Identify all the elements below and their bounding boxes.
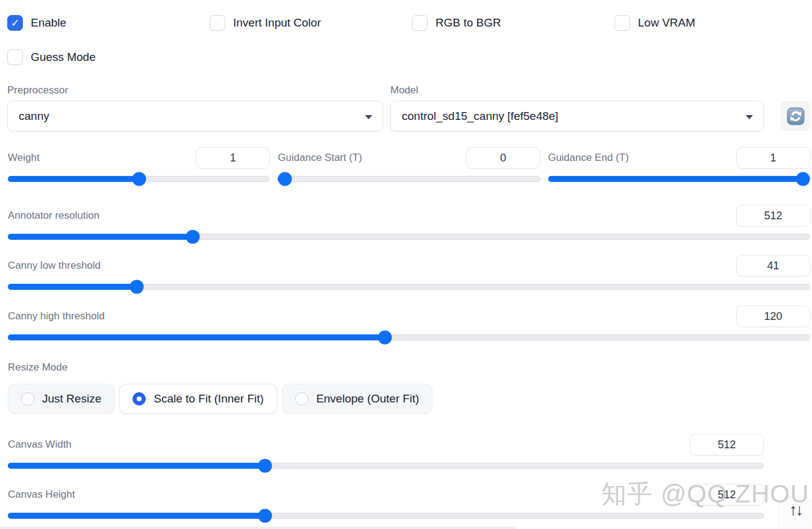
slider-thumb[interactable] bbox=[132, 172, 146, 186]
canvas-height-label: Canvas Height bbox=[8, 489, 75, 501]
refresh-models-button[interactable] bbox=[781, 101, 811, 131]
canvas-width-slider[interactable] bbox=[8, 463, 764, 469]
low-vram-checkbox-box[interactable] bbox=[614, 15, 630, 31]
annotator-resolution-slider[interactable] bbox=[8, 234, 810, 240]
guidance-start-slider[interactable] bbox=[278, 176, 540, 182]
slider-thumb[interactable] bbox=[796, 172, 810, 186]
guess-mode-checkbox[interactable]: Guess Mode bbox=[7, 49, 96, 65]
canvas-height-slider[interactable] bbox=[8, 513, 764, 519]
resize-mode-label: Resize Mode bbox=[8, 362, 67, 373]
preprocessor-dropdown[interactable]: canny bbox=[7, 101, 383, 131]
canvas-height-input[interactable] bbox=[690, 484, 764, 506]
caret-down-icon bbox=[746, 114, 753, 119]
guidance-start-label: Guidance Start (T) bbox=[278, 152, 362, 164]
resize-option-scale-to-fit[interactable]: Scale to Fit (Inner Fit) bbox=[119, 384, 277, 414]
radio-icon bbox=[295, 392, 308, 405]
slider-fill bbox=[8, 234, 192, 240]
slider-fill bbox=[548, 176, 809, 182]
canny-high-threshold-slider[interactable] bbox=[8, 334, 810, 340]
guidance-end-field: Guidance End (T) bbox=[548, 147, 810, 182]
guidance-end-slider[interactable] bbox=[548, 176, 810, 182]
canny-high-threshold-field: Canny high threshold bbox=[8, 305, 810, 340]
rgb-to-bgr-checkbox-label: RGB to BGR bbox=[436, 16, 501, 30]
canny-high-threshold-label: Canny high threshold bbox=[8, 310, 105, 322]
enable-checkbox-label: Enable bbox=[31, 16, 66, 30]
invert-input-color-checkbox-box[interactable] bbox=[210, 15, 225, 31]
preprocessor-label: Preprocessor bbox=[7, 84, 383, 96]
canvas-width-label: Canvas Width bbox=[8, 439, 72, 451]
slider-fill bbox=[8, 463, 264, 469]
guidance-start-field: Guidance Start (T) bbox=[278, 147, 540, 182]
guidance-sliders-row: Weight Guidance Start (T) Guidance End (… bbox=[8, 147, 810, 182]
slider-fill bbox=[8, 176, 139, 182]
model-field: Model control_sd15_canny [fef5e48e] bbox=[390, 84, 764, 131]
slider-fill bbox=[8, 334, 384, 340]
annotator-resolution-field: Annotator resolution bbox=[8, 205, 810, 240]
low-vram-checkbox[interactable]: Low VRAM bbox=[614, 15, 812, 31]
slider-thumb[interactable] bbox=[258, 459, 272, 473]
weight-input[interactable] bbox=[196, 147, 270, 169]
invert-input-color-checkbox[interactable]: Invert Input Color bbox=[210, 15, 412, 31]
slider-thumb[interactable] bbox=[186, 230, 199, 244]
annotator-resolution-input[interactable] bbox=[736, 205, 810, 227]
guidance-end-label: Guidance End (T) bbox=[548, 152, 629, 164]
cutoff-element bbox=[0, 527, 516, 529]
slider-thumb[interactable] bbox=[130, 280, 143, 294]
controlnet-panel: Enable Invert Input Color RGB to BGR Low… bbox=[0, 0, 812, 529]
resize-option-just-resize[interactable]: Just Resize bbox=[8, 384, 114, 414]
swap-vertical-icon: ↑↓ bbox=[789, 501, 802, 519]
canvas-width-field: Canvas Width bbox=[8, 434, 764, 469]
swap-dimensions-button[interactable]: ↑↓ bbox=[778, 496, 812, 529]
weight-field: Weight bbox=[8, 147, 270, 182]
checkbox-row: Enable Invert Input Color RGB to BGR Low… bbox=[7, 15, 812, 31]
slider-fill bbox=[8, 284, 136, 290]
canny-low-threshold-input[interactable] bbox=[736, 255, 810, 277]
resize-mode-field: Resize Mode Just Resize Scale to Fit (In… bbox=[8, 362, 433, 414]
invert-input-color-checkbox-label: Invert Input Color bbox=[233, 16, 321, 30]
canvas-height-field: Canvas Height bbox=[8, 484, 764, 519]
guidance-end-input[interactable] bbox=[736, 147, 810, 169]
slider-thumb[interactable] bbox=[258, 509, 272, 523]
radio-icon bbox=[21, 392, 34, 405]
enable-checkbox[interactable]: Enable bbox=[7, 15, 210, 31]
canny-high-threshold-input[interactable] bbox=[736, 305, 810, 327]
canvas-width-input[interactable] bbox=[690, 434, 764, 455]
enable-checkbox-box[interactable] bbox=[7, 15, 23, 31]
model-value: control_sd15_canny [fef5e48e] bbox=[402, 110, 558, 123]
refresh-icon bbox=[786, 107, 805, 126]
model-dropdown[interactable]: control_sd15_canny [fef5e48e] bbox=[390, 101, 764, 131]
annotator-resolution-label: Annotator resolution bbox=[8, 210, 99, 222]
radio-icon bbox=[133, 392, 146, 405]
canny-low-threshold-field: Canny low threshold bbox=[8, 255, 810, 290]
slider-fill bbox=[8, 513, 264, 519]
low-vram-checkbox-label: Low VRAM bbox=[638, 16, 695, 30]
guess-mode-checkbox-label: Guess Mode bbox=[31, 51, 96, 64]
resize-mode-options: Just Resize Scale to Fit (Inner Fit) Env… bbox=[8, 384, 433, 414]
resize-option-label: Envelope (Outer Fit) bbox=[316, 392, 419, 405]
model-label: Model bbox=[390, 84, 764, 96]
weight-label: Weight bbox=[8, 152, 40, 164]
preprocessor-value: canny bbox=[19, 110, 49, 123]
canny-low-threshold-slider[interactable] bbox=[8, 284, 810, 290]
model-selection-row: Preprocessor canny Model control_sd15_ca… bbox=[7, 84, 812, 131]
checkbox-row: Guess Mode bbox=[7, 49, 96, 65]
rgb-to-bgr-checkbox-box[interactable] bbox=[412, 15, 428, 31]
slider-thumb[interactable] bbox=[378, 331, 392, 345]
slider-thumb[interactable] bbox=[278, 172, 292, 186]
caret-down-icon bbox=[365, 114, 372, 119]
rgb-to-bgr-checkbox[interactable]: RGB to BGR bbox=[412, 15, 614, 31]
weight-slider[interactable] bbox=[8, 176, 270, 182]
guidance-start-input[interactable] bbox=[466, 147, 540, 169]
resize-option-label: Just Resize bbox=[42, 392, 101, 405]
preprocessor-field: Preprocessor canny bbox=[7, 84, 383, 131]
guess-mode-checkbox-box[interactable] bbox=[7, 49, 23, 65]
canny-low-threshold-label: Canny low threshold bbox=[8, 260, 101, 272]
resize-option-label: Scale to Fit (Inner Fit) bbox=[154, 392, 264, 405]
resize-option-envelope[interactable]: Envelope (Outer Fit) bbox=[282, 384, 433, 414]
